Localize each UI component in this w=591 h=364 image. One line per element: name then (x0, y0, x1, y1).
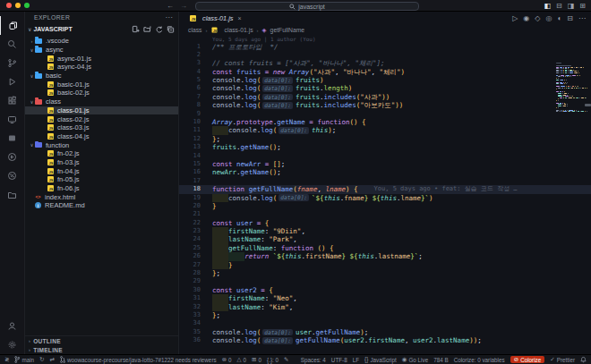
split-editor-icon[interactable]: ⊟ (567, 14, 573, 22)
tree-item-fn-02.js[interactable]: JSfn-02.js (25, 149, 178, 158)
status-problems-errors[interactable]: ⊗0 (222, 357, 232, 363)
tree-item-basic-01.js[interactable]: JSbasic-01.js (25, 80, 178, 89)
status-notifications-bell[interactable] (580, 356, 587, 364)
code-lens[interactable]: You, 5 days ago | 1 author (You) (179, 36, 591, 43)
account-icon[interactable] (0, 317, 25, 335)
explorer-more-actions-icon[interactable]: ⋯ (166, 13, 173, 21)
toggle-sidebar-icon[interactable]: ◧ (544, 2, 551, 10)
status-css-var-count[interactable]: {.}: 0 (267, 357, 278, 363)
timeline-section[interactable]: ›TIMELINE (25, 345, 178, 354)
status-colorize-badge[interactable]: ⊘Colorize (510, 356, 545, 363)
line-content (201, 152, 212, 160)
nav-forward-icon[interactable]: → (180, 2, 187, 10)
tree-item-async-04.js[interactable]: JSasync-04.js (25, 63, 178, 72)
toggle-secondary-sidebar-icon[interactable]: ◨ (568, 2, 575, 10)
tree-item-basic[interactable]: ∨basic (25, 72, 178, 80)
run-debug-icon[interactable] (0, 72, 25, 91)
tree-item-fn-06.js[interactable]: JSfn-06.js (25, 184, 178, 193)
diamond-icon[interactable]: ◇ (535, 14, 540, 22)
status-file-size[interactable]: 784 B (433, 357, 448, 363)
collapse-all-icon[interactable] (167, 25, 175, 34)
half-circle-icon[interactable]: ◐ (557, 14, 561, 22)
breadcrumb-symbol[interactable]: getFullName (270, 27, 305, 33)
run-icon[interactable]: ▷ (512, 14, 518, 22)
status-todo-count[interactable]: ⊞0 (252, 357, 261, 363)
status-compare-icon[interactable]: ⇄ (50, 357, 55, 362)
tree-item-class-04.js[interactable]: JSclass-04.js (25, 132, 178, 141)
zoom-window-button[interactable] (24, 3, 30, 8)
status-problems-warnings[interactable]: △0 (237, 357, 247, 363)
inlay-hint: data[0]: (278, 127, 309, 134)
settings-gear-icon[interactable] (0, 335, 25, 354)
remote-explorer-icon[interactable] (0, 110, 25, 129)
status-eol[interactable]: LF (353, 357, 359, 363)
minimap-segment (571, 67, 573, 68)
outline-section[interactable]: ›OUTLINE (25, 336, 178, 345)
source-control-icon[interactable] (0, 54, 25, 72)
new-file-icon[interactable] (132, 25, 140, 34)
line-content: const user = { (201, 219, 269, 227)
tree-item-fn-04.js[interactable]: JSfn-04.js (25, 166, 178, 175)
minimap-segment (562, 106, 563, 106)
tree-item-class-02.js[interactable]: JSclass-02.js (25, 114, 178, 123)
tree-item-class[interactable]: ∨class (25, 97, 178, 106)
more-actions-icon[interactable]: ⋯ (578, 14, 586, 22)
command-center-search[interactable]: javascript (195, 2, 419, 11)
status-go-live[interactable]: ◉Go Live (402, 357, 428, 363)
status-github-pr-status[interactable]: woowacourse-precourse/java-lotto-7#1222 … (60, 356, 217, 364)
explorer-icon[interactable] (0, 16, 25, 35)
tab-close-icon[interactable]: × (237, 15, 241, 21)
new-folder-icon[interactable] (143, 25, 151, 34)
minimap[interactable] (556, 63, 587, 113)
js-file-icon: JS (47, 168, 54, 174)
code-area[interactable]: You, 5 days ago | 1 author (You) 1/** 프로… (179, 36, 591, 354)
tree-item-.vscode[interactable]: ›.vscode (25, 37, 178, 46)
bullseye-icon[interactable]: ◎ (545, 14, 552, 22)
status-sync-changes[interactable]: ↻ (39, 357, 44, 362)
token: "Neo" (273, 294, 294, 302)
code-line-32: 32lastName: "Kim", (179, 303, 591, 311)
status-encoding[interactable]: UTF-8 (331, 357, 347, 363)
minimap-segment (556, 78, 557, 79)
refresh-icon[interactable] (155, 25, 163, 34)
nav-back-icon[interactable]: ← (167, 2, 174, 10)
token: { (354, 185, 358, 193)
search-icon[interactable] (0, 35, 25, 54)
workspace-section-header[interactable]: ∨ JAVASCRIPT (25, 23, 178, 35)
tree-item-fn-05.js[interactable]: JSfn-05.js (25, 175, 178, 184)
tree-item-async[interactable]: ∨async (25, 46, 178, 55)
circle-dot-icon[interactable]: ◉ (523, 14, 529, 22)
breadcrumb-file[interactable]: class-01.js (225, 27, 253, 33)
tree-item-README.md[interactable]: iREADME.md (25, 201, 178, 210)
status-git-branch[interactable]: main (14, 356, 34, 364)
status-pen-indicator[interactable]: ✎ (284, 357, 288, 362)
token: function (317, 118, 349, 126)
overview-ruler-mark[interactable] (585, 104, 591, 106)
token: , (293, 235, 297, 243)
breadcrumb-folder[interactable]: class (188, 27, 202, 33)
token: console (228, 194, 257, 202)
filled-square-extension-icon[interactable] (0, 129, 25, 148)
tree-item-function[interactable]: ∨function (25, 140, 178, 149)
tree-item-class-03.js[interactable]: JSclass-03.js (25, 123, 178, 132)
circled-percent-icon[interactable] (0, 166, 25, 185)
customize-layout-icon[interactable]: ⊞ (579, 2, 586, 10)
circled-play-icon[interactable] (0, 148, 25, 166)
project-manager-icon[interactable] (0, 185, 25, 204)
toggle-panel-icon[interactable]: ⊟ (556, 2, 562, 10)
close-window-button[interactable] (6, 3, 12, 8)
minimize-window-button[interactable] (15, 3, 21, 8)
tree-item-basic-02.js[interactable]: JSbasic-02.js (25, 89, 178, 97)
status-prettier[interactable]: ✓Prettier (550, 357, 575, 363)
status-colorize-variables[interactable]: Colorize: 0 variables (454, 357, 505, 363)
status-indentation[interactable]: Spaces: 4 (301, 357, 326, 363)
tree-item-class-01.js[interactable]: JSclass-01.js (25, 106, 178, 115)
status-language-mode[interactable]: {}JavaScript (364, 357, 397, 363)
tab-class-01[interactable]: JS class-01.js × (184, 12, 247, 24)
tree-item-fn-03.js[interactable]: JSfn-03.js (25, 158, 178, 167)
token: "아보카도" (360, 101, 395, 109)
extensions-icon[interactable] (0, 91, 25, 110)
tree-item-async-01.js[interactable]: JSasync-01.js (25, 54, 178, 63)
status-remote-indicator[interactable]: ≷ (4, 357, 9, 362)
tree-item-index.html[interactable]: <>index.html (25, 192, 178, 201)
